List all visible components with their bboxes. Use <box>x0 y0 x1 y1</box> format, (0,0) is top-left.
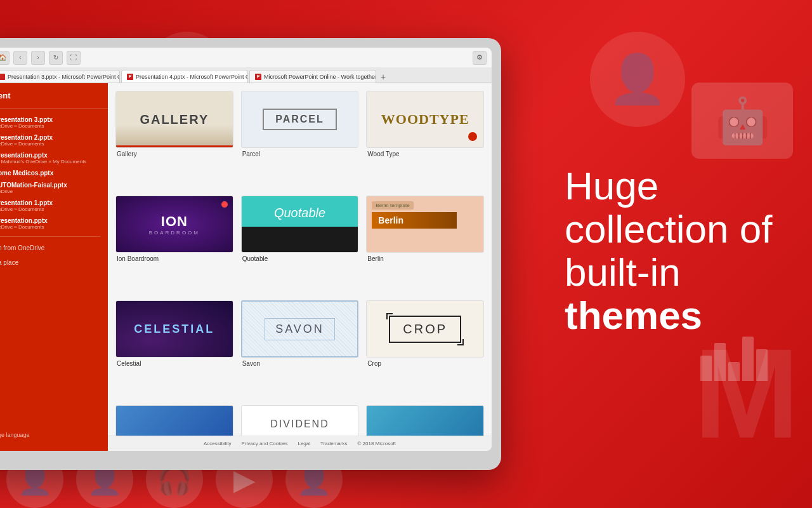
parcel-box: PARCEL <box>263 109 337 130</box>
sidebar: ent resentation 3.pptx eDrive » Document… <box>0 83 108 451</box>
sidebar-item-title-1: resentation 3.pptx <box>0 116 100 123</box>
ion-name: Ion Boardroom <box>115 255 233 262</box>
sidebar-item-sub-2: eDrive » Documents <box>0 141 100 147</box>
headline-line2: collection of <box>565 207 772 251</box>
berlin-label-box: Berlin <box>372 212 457 229</box>
nav-back-button[interactable]: ‹ <box>13 51 27 65</box>
sidebar-item-sub-7: eDrive » Documents <box>0 224 100 230</box>
footer-privacy[interactable]: Privacy and Cookies <box>242 441 288 446</box>
theme-card-gallery[interactable]: GALLERY Gallery <box>115 91 233 188</box>
theme-card-ion[interactable]: ION BOARDROOM Ion Boardroom <box>115 196 233 293</box>
right-panel: Huge collection of built-in themes <box>533 0 812 508</box>
theme-thumb-woodtype: WOODTYPE <box>366 91 484 148</box>
theme-thumb-ion: ION BOARDROOM <box>115 196 233 253</box>
sidebar-footer-language[interactable]: ge language <box>0 427 108 443</box>
theme-thumb-savon: SAVON <box>241 300 359 358</box>
tab-work-together[interactable]: P Microsoft PowerPoint Online - Work tog… <box>249 70 376 83</box>
tab-presentation3[interactable]: Presentation 3.pptx - Microsoft PowerPoi… <box>0 70 120 83</box>
footer-accessibility[interactable]: Accessibility <box>204 441 232 446</box>
nav-refresh-button[interactable]: ↻ <box>49 51 63 65</box>
gallery-name: Gallery <box>115 150 233 157</box>
celestial-name: Celestial <box>115 360 233 367</box>
gallery-label: GALLERY <box>140 112 209 127</box>
parcel-label: PARCEL <box>275 114 324 124</box>
theme-card-berlin[interactable]: Berlin template Berlin Berlin <box>366 196 484 293</box>
sidebar-item-sub-3: f Mahmud's OneDrive » My Documents <box>0 159 100 164</box>
theme-thumb-parcel: PARCEL <box>241 91 359 148</box>
savon-inner: SAVON <box>265 318 335 340</box>
ion-label: ION <box>161 213 188 230</box>
headline-strong: themes <box>565 294 780 337</box>
crop-box: CROP <box>389 316 461 343</box>
dividend-label: DIVIDEND <box>270 418 329 430</box>
berlin-name: Berlin <box>366 255 484 262</box>
theme-card-parcel[interactable]: PARCEL Parcel <box>241 91 359 188</box>
sidebar-link-place[interactable]: a place <box>0 255 108 270</box>
main-content: GALLERY Gallery PARCEL Parcel <box>108 83 492 451</box>
savon-name: Savon <box>241 360 359 367</box>
sidebar-item-pres2[interactable]: resentation 2.pptx eDrive » Documents <box>0 131 108 149</box>
sidebar-item-title-5: UTOMation-Faisal.pptx <box>0 182 100 189</box>
theme-card-woodtype[interactable]: WOODTYPE Wood Type <box>366 91 484 188</box>
sidebar-item-pres1[interactable]: resentation.pptx f Mahmud's OneDrive » M… <box>0 149 108 167</box>
sidebar-item-title-2: resentation 2.pptx <box>0 134 100 141</box>
tab-favicon-3: P <box>255 74 261 80</box>
headline-line3: built-in <box>565 250 681 294</box>
browser-settings-button[interactable]: ⚙ <box>473 51 487 65</box>
sidebar-item-pres1b[interactable]: resentation 1.pptx eDrive » Documents <box>0 197 108 215</box>
ion-pin <box>221 201 228 208</box>
sidebar-item-sub-6: eDrive » Documents <box>0 206 100 212</box>
parcel-name: Parcel <box>241 150 359 157</box>
laptop: 🏠 ‹ › ↻ ⛶ ⚙ Presentation 3.pptx - Micros… <box>0 19 514 489</box>
sidebar-link-onedrive[interactable]: n from OneDrive <box>0 241 108 255</box>
new-tab-button[interactable]: + <box>377 71 389 83</box>
quotable-name: Quotable <box>241 255 359 262</box>
savon-label: SAVON <box>275 323 324 335</box>
theme-card-crop[interactable]: CROP Crop <box>366 300 484 398</box>
sidebar-item-pres3[interactable]: resentation 3.pptx eDrive » Documents <box>0 114 108 131</box>
sidebar-item-sub-5: eDrive <box>0 189 100 194</box>
tab-label-1: Presentation 3.pptx - Microsoft PowerPoi… <box>8 74 120 80</box>
nav-forward-button[interactable]: › <box>31 51 45 65</box>
browser-toolbar: 🏠 ‹ › ↻ ⛶ ⚙ <box>0 48 492 67</box>
sidebar-item-title-7: resentation.pptx <box>0 217 100 224</box>
celestial-label: CELESTIAL <box>134 323 214 336</box>
sidebar-item-pres-last[interactable]: resentation.pptx eDrive » Documents <box>0 215 108 232</box>
browser-content: ent resentation 3.pptx eDrive » Document… <box>0 83 492 451</box>
tab-label-2: Presentation 4.pptx - Microsoft PowerPoi… <box>136 74 248 80</box>
sidebar-item-title-6: resentation 1.pptx <box>0 199 100 206</box>
browser-tabs: Presentation 3.pptx - Microsoft PowerPoi… <box>0 67 492 83</box>
tab-presentation4[interactable]: P Presentation 4.pptx - Microsoft PowerP… <box>121 70 248 83</box>
browser-chrome: 🏠 ‹ › ↻ ⛶ ⚙ Presentation 3.pptx - Micros… <box>0 48 492 83</box>
sidebar-item-sub-1: eDrive » Documents <box>0 123 100 129</box>
nav-home-button[interactable]: 🏠 <box>0 51 10 65</box>
theme-card-savon[interactable]: SAVON Savon <box>241 300 359 398</box>
sidebar-header: ent <box>0 91 108 109</box>
tab-favicon-2: P <box>127 74 133 80</box>
footer-copyright: © 2018 Microsoft <box>357 441 396 446</box>
laptop-body: 🏠 ‹ › ↻ ⛶ ⚙ Presentation 3.pptx - Micros… <box>0 38 501 470</box>
ion-sublabel: BOARDROOM <box>149 230 200 236</box>
woodtype-name: Wood Type <box>366 150 484 157</box>
tab-favicon-1 <box>0 74 5 80</box>
theme-thumb-crop: CROP <box>366 300 484 358</box>
sidebar-item-medicos[interactable]: ome Medicos.pptx <box>0 167 108 179</box>
sidebar-item-automation[interactable]: UTOMation-Faisal.pptx eDrive <box>0 179 108 197</box>
headline: Huge collection of built-in themes <box>565 164 780 338</box>
sidebar-item-title-4: ome Medicos.pptx <box>0 170 100 177</box>
woodtype-label: WOODTYPE <box>381 111 469 128</box>
berlin-tag: Berlin template <box>372 201 413 210</box>
nav-fullscreen-button[interactable]: ⛶ <box>67 51 81 65</box>
footer-bar: Accessibility Privacy and Cookies Legal … <box>108 436 492 451</box>
crop-label: CROP <box>403 322 447 336</box>
quotable-label: Quotable <box>274 206 325 220</box>
footer-trademarks[interactable]: Trademarks <box>320 441 347 446</box>
tab-label-3: Microsoft PowerPoint Online - Work toget… <box>264 74 376 80</box>
theme-grid: GALLERY Gallery PARCEL Parcel <box>108 83 492 405</box>
theme-thumb-celestial: CELESTIAL <box>115 300 233 358</box>
sidebar-divider <box>0 236 100 237</box>
theme-card-quotable[interactable]: Quotable Quotable <box>241 196 359 293</box>
sidebar-item-title-3: resentation.pptx <box>0 152 100 159</box>
theme-card-celestial[interactable]: CELESTIAL Celestial <box>115 300 233 398</box>
footer-legal[interactable]: Legal <box>298 441 310 446</box>
